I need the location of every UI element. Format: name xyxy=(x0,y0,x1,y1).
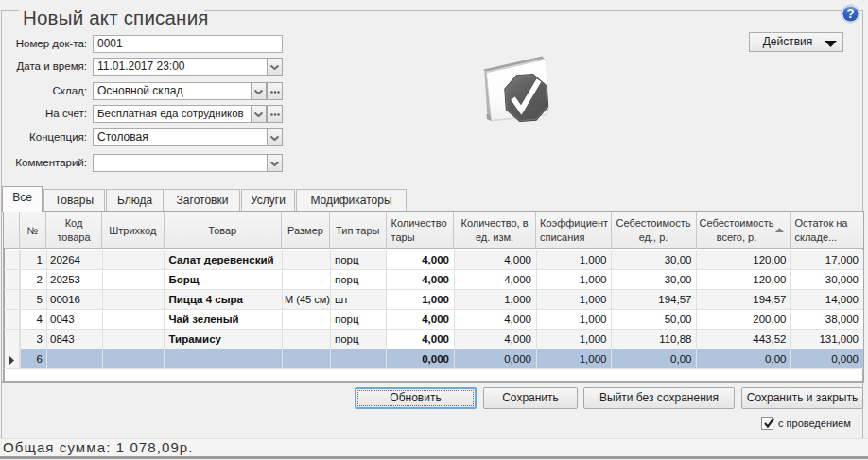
svg-text:?: ? xyxy=(847,7,855,21)
